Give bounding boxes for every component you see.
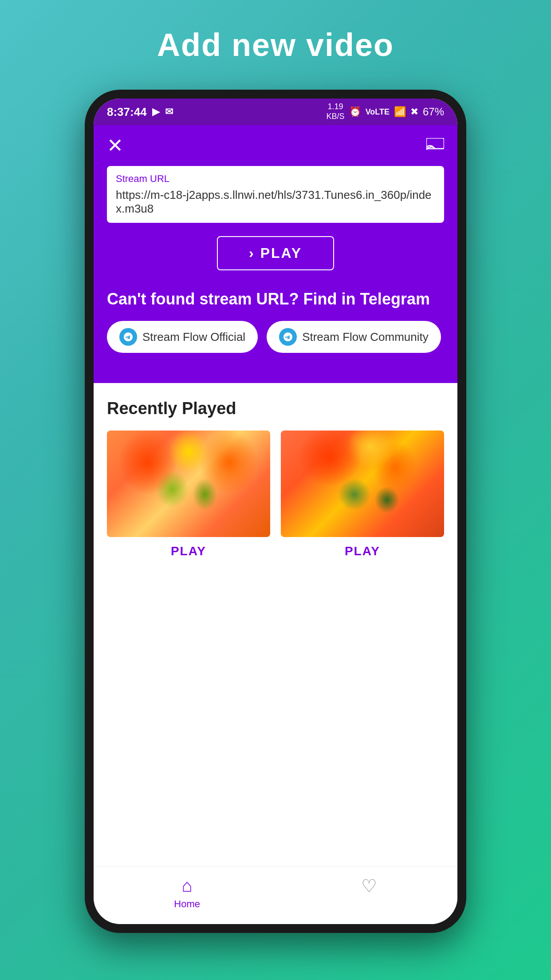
status-media-icon: ▶ — [152, 106, 160, 118]
play-button-label: PLAY — [260, 245, 302, 261]
find-telegram-section: Can't found stream URL? Find in Telegram… — [107, 288, 444, 353]
page-title: Add new video — [157, 27, 394, 63]
video-play-label-2[interactable]: PLAY — [345, 544, 380, 558]
favorites-icon: ♡ — [361, 876, 377, 896]
white-section: Recently Played PLAY PLAY — [94, 383, 457, 866]
status-signal-icon: ✖ — [410, 106, 418, 118]
phone-screen: 8:37:44 ▶ ✉ 1.19KB/S ⏰ VoLTE 📶 ✖ 67% ✕ — [94, 99, 457, 924]
status-mail-icon: ✉ — [165, 106, 173, 118]
home-icon: ⌂ — [182, 876, 193, 896]
nav-item-home[interactable]: ⌂ Home — [174, 876, 200, 910]
telegram-official-button[interactable]: Stream Flow Official — [107, 321, 258, 353]
recently-played-title: Recently Played — [107, 399, 444, 418]
video-thumb-1 — [107, 431, 270, 537]
status-bar: 8:37:44 ▶ ✉ 1.19KB/S ⏰ VoLTE 📶 ✖ 67% — [94, 99, 457, 125]
status-clock-icon: ⏰ — [349, 106, 361, 118]
telegram-official-label: Stream Flow Official — [142, 330, 245, 344]
telegram-official-icon — [119, 328, 137, 346]
play-button[interactable]: › PLAY — [217, 236, 334, 270]
play-arrow-icon: › — [249, 245, 255, 261]
nav-item-favorites[interactable]: ♡ — [361, 876, 377, 896]
status-volte: VoLTE — [366, 107, 390, 117]
status-time: 8:37:44 — [107, 105, 147, 119]
url-input[interactable]: https://m-c18-j2apps.s.llnwi.net/hls/373… — [116, 188, 435, 216]
url-input-container: Stream URL https://m-c18-j2apps.s.llnwi.… — [107, 166, 444, 223]
telegram-community-button[interactable]: Stream Flow Community — [267, 321, 441, 353]
phone-frame: 8:37:44 ▶ ✉ 1.19KB/S ⏰ VoLTE 📶 ✖ 67% ✕ — [85, 90, 466, 933]
video-card-1: PLAY — [107, 431, 270, 558]
video-thumb-2 — [281, 431, 444, 537]
status-wifi-icon: 📶 — [394, 106, 406, 118]
purple-section: Stream URL https://m-c18-j2apps.s.llnwi.… — [94, 166, 457, 383]
video-play-label-1[interactable]: PLAY — [171, 544, 206, 558]
app-header: ✕ — [94, 125, 457, 166]
status-battery: 67% — [423, 106, 444, 118]
telegram-community-icon — [279, 328, 297, 346]
home-label: Home — [174, 898, 200, 910]
bottom-nav: ⌂ Home ♡ — [94, 866, 457, 924]
find-telegram-text: Can't found stream URL? Find in Telegram — [107, 288, 444, 310]
close-button[interactable]: ✕ — [107, 136, 123, 155]
cast-button[interactable] — [426, 136, 444, 155]
video-grid: PLAY PLAY — [107, 431, 444, 558]
video-card-2: PLAY — [281, 431, 444, 558]
status-speed: 1.19KB/S — [327, 102, 345, 121]
url-label: Stream URL — [116, 173, 435, 185]
telegram-community-label: Stream Flow Community — [302, 330, 429, 344]
